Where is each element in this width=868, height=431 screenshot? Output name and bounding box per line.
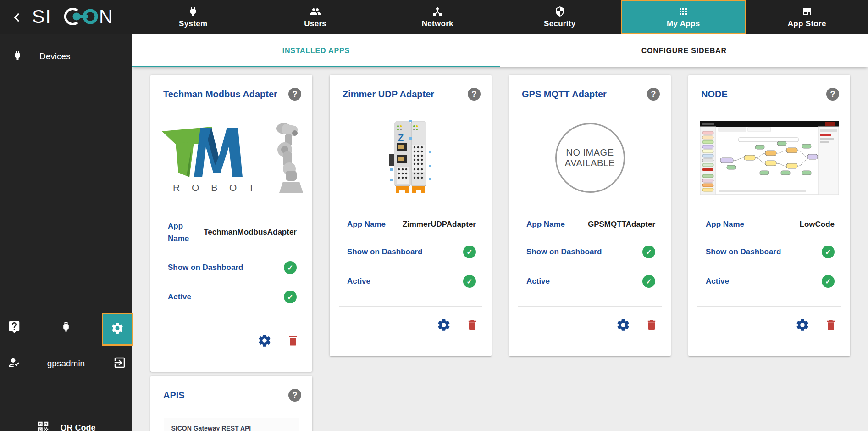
tab-bar: INSTALLED APPS CONFIGURE SIDEBAR — [132, 34, 868, 67]
users-icon — [309, 6, 322, 17]
robot-arm-image — [266, 121, 305, 195]
configure-gear-icon[interactable] — [437, 318, 451, 332]
field-label: Active — [706, 277, 729, 286]
no-image-placeholder: NO IMAGE AVAILABLE — [555, 123, 625, 193]
field-app-name: App Name ZimmerUDPAdapter — [347, 220, 476, 229]
field-label: App Name — [706, 220, 744, 229]
help-icon[interactable]: ? — [826, 88, 839, 101]
card-title: Zimmer UDP Adapter — [343, 89, 434, 100]
api-doc-title: SICON Gateway REST API — [171, 425, 292, 431]
app-card-gps-mqtt-adapter: GPS MQTT Adapter ? NO IMAGE AVAILABLE Ap… — [509, 75, 671, 356]
check-circle-icon: ✓ — [463, 246, 476, 258]
gear-icon — [111, 321, 124, 337]
card-title: Techman Modbus Adapter — [163, 89, 277, 100]
delete-trash-icon[interactable] — [824, 319, 837, 331]
card-image-api-docs: SICON Gateway REST API — [164, 418, 299, 431]
delete-trash-icon[interactable] — [466, 319, 479, 331]
field-label: App Name — [168, 220, 194, 245]
plug-icon — [12, 50, 23, 63]
nav-label: Network — [422, 19, 453, 28]
nav-label: My Apps — [667, 19, 700, 28]
card-image-tm-robot: R O B O T — [150, 110, 312, 206]
help-icon[interactable]: ? — [288, 389, 301, 402]
user-row: gpsadmin — [0, 353, 132, 374]
tab-configure-sidebar[interactable]: CONFIGURE SIDEBAR — [500, 34, 868, 67]
qr-code-label: QR Code — [60, 423, 95, 431]
help-icon[interactable]: ? — [468, 88, 481, 101]
nav-item-network[interactable]: Network — [376, 0, 499, 34]
tab-installed-apps[interactable]: INSTALLED APPS — [132, 34, 500, 67]
field-show-on-dashboard: Show on Dashboard ✓ — [706, 246, 835, 258]
field-label: Show on Dashboard — [706, 247, 781, 257]
field-active: Active ✓ — [526, 275, 655, 288]
field-show-on-dashboard: Show on Dashboard ✓ — [526, 246, 655, 258]
delete-trash-icon[interactable] — [645, 319, 658, 331]
nav-item-system[interactable]: System — [132, 0, 254, 34]
help-icon[interactable]: ? — [288, 88, 301, 101]
topbar-left: SI N — [0, 0, 132, 34]
back-chevron-icon[interactable] — [9, 10, 25, 25]
sicon-logo: SI N — [32, 6, 117, 29]
nav-item-users[interactable]: Users — [254, 0, 377, 34]
qr-code-icon — [36, 420, 50, 431]
check-circle-icon: ✓ — [642, 275, 655, 288]
username-label: gpsadmin — [0, 358, 132, 369]
field-app-name: App Name LowCode — [706, 220, 835, 229]
qr-code-item[interactable]: QR Code — [0, 420, 132, 431]
app-name-value: ZimmerUDPAdapter — [403, 220, 476, 229]
nav-label: System — [179, 19, 207, 28]
nav-item-my-apps[interactable]: My Apps — [621, 0, 746, 34]
sidebar-item-label: Devices — [39, 51, 71, 62]
svg-text:Z: Z — [398, 133, 404, 143]
main-nav: System Users Network Security My Apps — [132, 0, 868, 34]
nav-label: App Store — [788, 19, 826, 28]
help-icon[interactable]: ? — [647, 88, 660, 101]
svg-text:SI: SI — [32, 6, 52, 27]
nav-item-app-store[interactable]: App Store — [746, 0, 868, 34]
card-image-node-red-editor — [688, 110, 850, 206]
nav-item-security[interactable]: Security — [499, 0, 621, 34]
card-title: APIS — [163, 390, 185, 401]
check-circle-icon: ✓ — [642, 246, 655, 258]
logout-icon[interactable] — [113, 356, 127, 371]
shield-icon — [554, 6, 565, 17]
plug-icon — [188, 6, 199, 17]
nav-label: Security — [544, 19, 576, 28]
field-app-name: App Name TechmanModbusAdapter — [168, 220, 297, 245]
field-show-on-dashboard: Show on Dashboard ✓ — [347, 246, 476, 258]
apps-grid-icon — [678, 6, 689, 17]
field-active: Active ✓ — [168, 291, 297, 303]
configure-gear-icon[interactable] — [795, 318, 810, 332]
app-card-zimmer-udp-adapter: Zimmer UDP Adapter ? Z — [330, 75, 492, 356]
card-title: NODE — [701, 89, 728, 100]
field-active: Active ✓ — [347, 275, 476, 288]
app-name-value: LowCode — [800, 220, 835, 229]
app-name-value: TechmanModbusAdapter — [204, 228, 297, 237]
usb-plug-icon[interactable] — [60, 320, 72, 336]
field-label: App Name — [347, 220, 386, 229]
divider — [160, 411, 303, 411]
storefront-icon — [801, 6, 813, 17]
field-app-name: App Name GPSMQTTAdapter — [526, 220, 655, 229]
check-circle-icon: ✓ — [284, 261, 297, 274]
app-card-node: NODE ? — [688, 75, 850, 356]
top-navigation-bar: SI N System Users Network — [0, 0, 868, 34]
sidebar-utility-icons — [0, 312, 132, 346]
field-label: Active — [168, 292, 191, 302]
installed-apps-content: Techman Modbus Adapter ? R O B O T — [132, 67, 868, 431]
sidebar: Devices gpsadmin QR Code m — [0, 34, 132, 431]
sidebar-item-devices[interactable]: Devices — [0, 34, 132, 63]
delete-trash-icon[interactable] — [287, 334, 299, 347]
field-active: Active ✓ — [706, 275, 835, 288]
tm-robot-logo: R O B O T — [158, 121, 254, 195]
configure-gear-icon[interactable] — [616, 318, 630, 332]
field-label: Show on Dashboard — [347, 247, 422, 257]
configure-gear-icon[interactable] — [257, 333, 272, 348]
field-label: Show on Dashboard — [168, 263, 243, 272]
help-bubble-icon[interactable] — [7, 320, 21, 336]
check-circle-icon: ✓ — [284, 291, 297, 303]
field-label: Show on Dashboard — [526, 247, 602, 257]
no-image-text: NO IMAGE — [566, 147, 614, 158]
svg-text:R O B O T: R O B O T — [173, 182, 254, 193]
settings-gear-button-highlighted[interactable] — [102, 313, 133, 346]
